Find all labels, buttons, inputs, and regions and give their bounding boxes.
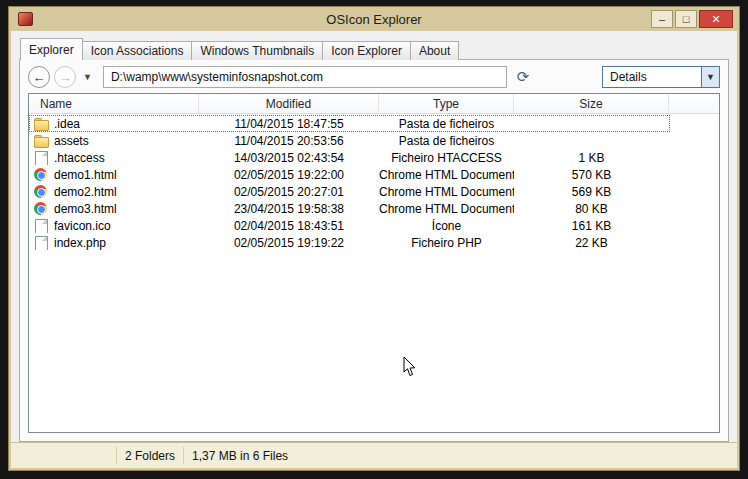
file-name: demo2.html xyxy=(54,185,117,199)
file-type: Chrome HTML Document xyxy=(379,168,514,182)
file-row[interactable]: demo3.html 23/04/2015 19:58:38 Chrome HT… xyxy=(29,200,670,217)
status-panel-folders: 2 Folders xyxy=(117,447,184,464)
file-modified: 14/03/2015 02:43:54 xyxy=(199,151,379,165)
file-size: 569 KB xyxy=(514,185,669,199)
file-row[interactable]: .htaccess 14/03/2015 02:43:54 Ficheiro H… xyxy=(29,149,670,166)
folder-icon xyxy=(34,117,48,131)
file-size: 22 KB xyxy=(514,236,669,250)
file-name: favicon.ico xyxy=(54,219,111,233)
file-row[interactable]: index.php 02/05/2015 19:19:22 Ficheiro P… xyxy=(29,234,670,251)
file-row[interactable]: assets 11/04/2015 20:53:56 Pasta de fich… xyxy=(29,132,670,149)
file-name: .idea xyxy=(54,117,80,131)
file-name-cell: demo2.html xyxy=(29,185,199,199)
file-type: Pasta de ficheiros xyxy=(379,117,514,131)
file-name-cell: .htaccess xyxy=(29,151,199,165)
file-name-cell: demo3.html xyxy=(29,202,199,216)
file-row[interactable]: demo1.html 02/05/2015 19:22:00 Chrome HT… xyxy=(29,166,670,183)
file-name-cell: .idea xyxy=(29,117,199,131)
file-size: 80 KB xyxy=(514,202,669,216)
file-name: demo3.html xyxy=(54,202,117,216)
file-modified: 02/05/2015 19:22:00 xyxy=(199,168,379,182)
file-type: Chrome HTML Document xyxy=(379,202,514,216)
column-header-modified[interactable]: Modified xyxy=(199,94,379,113)
file-modified: 02/05/2015 19:19:22 xyxy=(199,236,379,250)
minimize-button[interactable]: – xyxy=(651,10,673,28)
tab-icon-associations[interactable]: Icon Associations xyxy=(82,41,193,60)
address-text: D:\wamp\www\systeminfosnapshot.com xyxy=(111,70,323,84)
combo-dropdown-icon[interactable]: ▼ xyxy=(701,67,719,87)
file-list-body: .idea 11/04/2015 18:47:55 Pasta de fiche… xyxy=(29,114,719,432)
file-modified: 11/04/2015 20:53:56 xyxy=(199,134,379,148)
file-name-cell: favicon.ico xyxy=(29,219,199,233)
refresh-icon[interactable]: ⟳ xyxy=(511,66,535,88)
file-name-cell: assets xyxy=(29,134,199,148)
file-icon xyxy=(34,236,48,250)
column-header-name[interactable]: Name xyxy=(29,94,199,113)
file-row[interactable]: demo2.html 02/05/2015 20:27:01 Chrome HT… xyxy=(29,183,670,200)
file-type: Ficheiro HTACCESS xyxy=(379,151,514,165)
explorer-tab-page: ← → ▼ D:\wamp\www\systeminfosnapshot.com… xyxy=(19,59,729,442)
file-size: 161 KB xyxy=(514,219,669,233)
forward-button[interactable]: → xyxy=(54,66,76,88)
chrome-icon xyxy=(34,185,48,199)
status-panel-empty xyxy=(11,447,117,464)
file-name: .htaccess xyxy=(54,151,105,165)
window-controls: – □ ✕ xyxy=(651,10,733,28)
file-type: Ícone xyxy=(379,219,514,233)
file-name-cell: index.php xyxy=(29,236,199,250)
chrome-icon xyxy=(34,168,48,182)
file-modified: 02/04/2015 18:43:51 xyxy=(199,219,379,233)
folder-icon xyxy=(34,134,48,148)
file-row[interactable]: favicon.ico 02/04/2015 18:43:51 Ícone 16… xyxy=(29,217,670,234)
file-name: assets xyxy=(54,134,89,148)
close-button[interactable]: ✕ xyxy=(699,10,733,28)
history-dropdown-icon[interactable]: ▼ xyxy=(80,72,95,82)
app-window: OSIcon Explorer – □ ✕ Explorer Icon Asso… xyxy=(8,6,740,471)
file-modified: 11/04/2015 18:47:55 xyxy=(199,117,379,131)
file-size: 1 KB xyxy=(514,151,669,165)
chrome-icon xyxy=(34,202,48,216)
file-icon xyxy=(34,151,48,165)
back-button[interactable]: ← xyxy=(28,66,50,88)
file-list-header: Name Modified Type Size xyxy=(29,94,719,114)
file-name-cell: demo1.html xyxy=(29,168,199,182)
tab-icon-explorer[interactable]: Icon Explorer xyxy=(322,41,411,60)
app-icon xyxy=(18,12,33,26)
window-title: OSIcon Explorer xyxy=(11,12,737,27)
maximize-button[interactable]: □ xyxy=(675,10,697,28)
file-list: Name Modified Type Size .idea 11/04/2015… xyxy=(28,93,720,433)
view-mode-value: Details xyxy=(603,67,701,87)
status-panel-files: 1,37 MB in 6 Files xyxy=(184,447,296,464)
file-type: Ficheiro PHP xyxy=(379,236,514,250)
file-modified: 02/05/2015 20:27:01 xyxy=(199,185,379,199)
address-bar[interactable]: D:\wamp\www\systeminfosnapshot.com xyxy=(103,66,507,88)
titlebar[interactable]: OSIcon Explorer – □ ✕ xyxy=(11,7,737,31)
tab-strip: Explorer Icon Associations Windows Thumb… xyxy=(19,38,729,60)
column-header-size[interactable]: Size xyxy=(514,94,669,113)
file-modified: 23/04/2015 19:58:38 xyxy=(199,202,379,216)
file-type: Chrome HTML Document xyxy=(379,185,514,199)
toolbar: ← → ▼ D:\wamp\www\systeminfosnapshot.com… xyxy=(20,60,728,93)
tab-windows-thumbnails[interactable]: Windows Thumbnails xyxy=(191,41,323,60)
column-header-type[interactable]: Type xyxy=(379,94,514,113)
column-header-filler xyxy=(669,94,719,113)
file-name: demo1.html xyxy=(54,168,117,182)
file-type: Pasta de ficheiros xyxy=(379,134,514,148)
file-icon xyxy=(34,219,48,233)
status-bar: 2 Folders 1,37 MB in 6 Files xyxy=(11,442,737,468)
client-area: Explorer Icon Associations Windows Thumb… xyxy=(11,31,737,442)
view-mode-combobox[interactable]: Details ▼ xyxy=(602,66,720,88)
file-size: 570 KB xyxy=(514,168,669,182)
tab-about[interactable]: About xyxy=(410,41,459,60)
file-name: index.php xyxy=(54,236,106,250)
tab-explorer[interactable]: Explorer xyxy=(20,38,83,60)
desktop-background: OSIcon Explorer – □ ✕ Explorer Icon Asso… xyxy=(0,0,748,479)
file-row[interactable]: .idea 11/04/2015 18:47:55 Pasta de fiche… xyxy=(29,115,670,132)
